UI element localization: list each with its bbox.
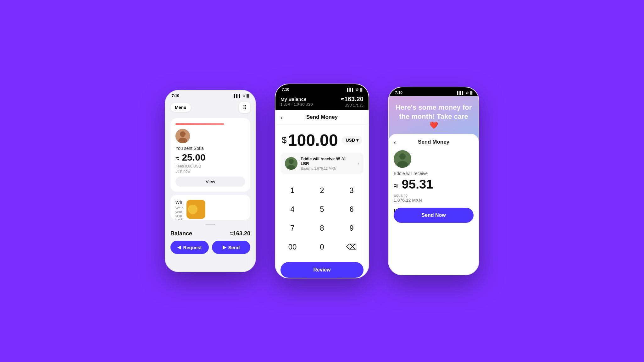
nav-title-2: Send Money [306,114,338,120]
phone3-hero: Here's some money for the month! Take ca… [389,96,479,140]
partial-card: Wh We ayourcrypback [170,195,250,220]
dollar-sign: $ [282,135,287,145]
svg-point-4 [188,205,197,214]
key-3[interactable]: 3 [340,182,364,199]
view-button[interactable]: View [175,177,245,187]
battery-icon-3: ▓ [470,91,472,95]
balance-subtitle: 1 LBR = 1.0493 USD [280,102,313,106]
amount-big: 100.00 [288,131,338,150]
phone2-topbar: My Balance 1 LBR = 1.0493 USD ≈163.20 US… [275,93,369,110]
request-button[interactable]: ◀ Request [170,241,209,254]
request-arrow-icon: ◀ [177,244,181,250]
key-2[interactable]: 2 [310,182,334,199]
phone-1: 7:10 ▌▌▌ ⊙ ▓ Menu ⠿ You sent Sofia [165,90,256,272]
sent-label: You sent Sofia [175,146,245,151]
currency-selector[interactable]: USD ▾ [342,136,362,145]
key-8[interactable]: 8 [310,219,334,237]
phone1-header: Menu ⠿ [165,99,255,116]
phone1-footer: Balance ≈163.20 ◀ Request ▶ Send [165,227,255,259]
qr-icon: ⠿ [243,104,247,111]
key-9[interactable]: 9 [340,219,364,237]
back-arrow-3[interactable]: ‹ [394,139,396,146]
equal-value: 1,876.12 MXN [394,198,474,203]
send-label: Send [228,245,240,250]
qr-button[interactable]: ⠿ [239,102,250,113]
request-label: Request [183,245,202,250]
svg-point-1 [180,131,186,137]
fees-text: Fees 0.00 USD [175,164,245,168]
review-button[interactable]: Review [280,262,364,278]
key-00[interactable]: 00 [280,238,304,256]
signal-icon-2: ▌▌▌ [347,88,354,91]
balance-amount-block: ≈163.20 USD 171.25 [341,96,364,107]
balance-row: Balance ≈163.20 [170,230,250,237]
balance-title: My Balance [280,96,313,102]
equal-label: Equal to [394,193,474,198]
signal-icon-3: ▌▌▌ [457,91,464,95]
phone2-nav: ‹ Send Money [275,110,369,124]
hero-text: Here's some money for the month! Take ca… [395,103,472,130]
receiver-label: Eddie will receive [394,171,474,176]
svg-point-6 [289,159,294,164]
time-3: 7:10 [395,90,402,95]
numpad-row-3: 7 8 9 [280,219,364,237]
status-bar-3: 7:10 ▌▌▌ ⊙ ▓ [389,87,479,96]
card-top-bar [175,123,224,125]
signal-icon: ▌▌▌ [234,94,241,98]
back-arrow-2[interactable]: ‹ [280,114,283,121]
key-0[interactable]: 0 [310,238,334,256]
scroll-indicator [165,222,255,227]
phone3-content: ‹ Send Money Eddie will receive ≈ 95.31 … [389,134,479,223]
balance-info: My Balance 1 LBR = 1.0493 USD [280,96,313,106]
menu-button[interactable]: Menu [170,103,191,112]
sofia-avatar [175,129,190,143]
balance-value: ≈163.20 [230,230,250,237]
key-1[interactable]: 1 [280,182,304,199]
recipient-name: Eddie will receive 95.31 LBR [301,156,354,166]
status-icons-1: ▌▌▌ ⊙ ▓ [234,94,249,98]
key-backspace[interactable]: ⌫ [340,238,364,256]
key-4[interactable]: 4 [280,200,304,218]
recipient-avatar-2 [285,157,297,170]
recipient-card[interactable]: Eddie will receive 95.31 LBR Equal to 1,… [280,153,364,174]
partial-image [186,200,205,219]
transaction-card: You sent Sofia ≈ 25.00 Fees 0.00 USD Jus… [170,118,250,192]
wifi-icon-3: ⊙ [466,91,469,95]
time-text: Just now [175,169,245,173]
receiver-amount: ≈ 95.31 [394,177,474,191]
recipient-info: Eddie will receive 95.31 LBR Equal to 1,… [301,156,354,170]
numpad: 1 2 3 4 5 6 7 8 9 00 0 ⌫ [275,179,369,260]
status-bar-2: 7:10 ▌▌▌ ⊙ ▓ [275,84,369,93]
tilde-icon: ≈ [175,154,179,162]
svg-point-9 [399,153,406,160]
balance-label: Balance [170,230,192,237]
send-now-button[interactable]: Send Now [394,208,474,223]
battery-icon-2: ▓ [360,88,362,91]
send-arrow-icon: ▶ [223,244,226,250]
phone3-title: Send Money [418,139,449,145]
time-1: 7:10 [172,94,179,98]
phone-3: 7:10 ▌▌▌ ⊙ ▓ Here's some money for the m… [388,87,479,275]
numpad-row-1: 1 2 3 [280,182,364,199]
send-button[interactable]: ▶ Send [212,241,250,254]
action-buttons: ◀ Request ▶ Send [170,241,250,254]
balance-usd: USD 171.25 [341,103,364,107]
balance-big: ≈163.20 [341,96,364,103]
status-icons-3: ▌▌▌ ⊙ ▓ [457,91,472,95]
status-bar-1: 7:10 ▌▌▌ ⊙ ▓ [165,90,255,99]
key-6[interactable]: 6 [340,200,364,218]
wifi-icon: ⊙ [242,94,245,98]
key-7[interactable]: 7 [280,219,304,237]
sent-amount: ≈ 25.00 [175,152,245,163]
time-2: 7:10 [282,87,289,92]
status-icons-2: ▌▌▌ ⊙ ▓ [347,88,362,92]
currency-chevron-icon: ▾ [356,138,358,143]
numpad-row-4: 00 0 ⌫ [280,238,364,256]
scroll-dot [205,224,215,225]
battery-icon: ▓ [247,94,249,98]
receiver-avatar [394,150,411,168]
wifi-icon-2: ⊙ [356,88,358,92]
sent-amount-value: 25.00 [182,152,205,162]
receiver-tilde-icon: ≈ [394,181,398,190]
key-5[interactable]: 5 [310,200,334,218]
